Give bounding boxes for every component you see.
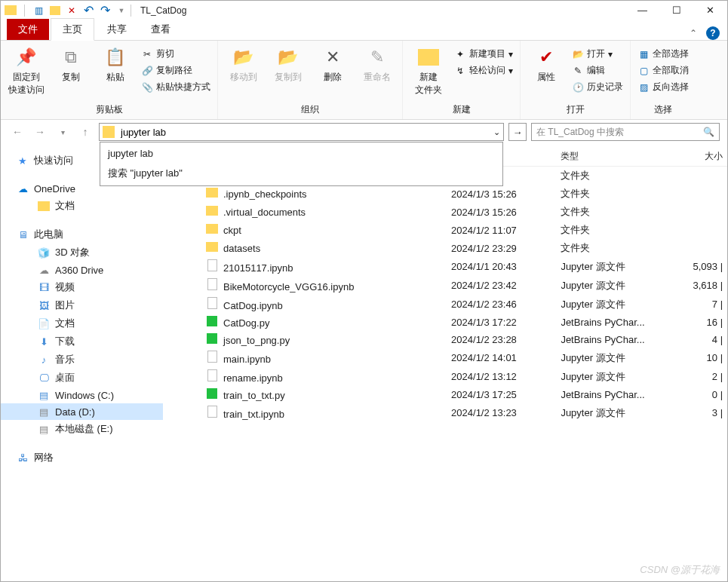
close-button[interactable]: ✕ [693,1,727,20]
new-folder-button[interactable]: 新建 文件夹 [407,45,449,96]
sidebar-music[interactable]: ♪音乐 [1,351,163,369]
new-folder-qat-icon[interactable] [49,5,61,17]
cut-button[interactable]: ✂剪切 [139,47,213,61]
invert-selection-button[interactable]: ▨反向选择 [635,80,691,94]
tab-share[interactable]: 共享 [96,19,138,40]
forward-button[interactable]: → [31,123,49,141]
file-size: 0 | [671,389,727,400]
copy-to-button[interactable]: 📂复制到 [267,45,309,84]
file-row[interactable]: rename.ipynb2024/1/2 13:12Jupyter 源文件2 | [163,367,727,386]
history-button[interactable]: 🕑历史记录 [570,80,625,94]
quick-access-toolbar: ▥ ✕ ↶ ↷ ▼ [5,5,127,17]
properties-button[interactable]: ✔属性 [525,45,567,84]
refresh-button[interactable]: → [508,123,527,141]
tab-home[interactable]: 主页 [51,18,94,41]
group-label-clipboard: 剪贴板 [96,102,123,118]
sidebar-drive-e[interactable]: ▤本地磁盘 (E:) [1,420,163,438]
file-row[interactable]: datasets2024/1/2 23:29文件夹 [163,239,727,257]
redo-icon[interactable]: ↷ [99,5,111,17]
minimize-button[interactable]: — [625,1,659,20]
file-type: JetBrains PyChar... [561,334,670,345]
group-label-select: 选择 [654,102,672,118]
copy-path-button[interactable]: 🔗复制路径 [139,63,213,78]
address-input[interactable] [119,126,493,139]
paste-button[interactable]: 📋 粘贴 [94,45,136,84]
music-icon: ♪ [37,354,51,366]
pin-to-quickaccess-button[interactable]: 📌 固定到 快速访问 [5,45,47,96]
file-type-icon [205,369,219,381]
new-item-button[interactable]: ✦新建项目 ▾ [452,47,515,61]
sidebar-desktop[interactable]: 🖵桌面 [1,369,163,387]
maximize-button[interactable]: ☐ [659,1,693,20]
delete-qat-icon[interactable]: ✕ [66,5,78,17]
select-all-button[interactable]: ▦全部选择 [635,47,691,61]
ribbon-collapse-icon[interactable]: ⌃ [690,28,697,38]
file-type: 文件夹 [561,187,670,201]
ribbon-group-open: ✔属性 📂打开 ▾ ✎编辑 🕑历史记录 打开 [521,41,631,119]
sidebar-a360[interactable]: ☁A360 Drive [1,262,163,278]
sidebar-onedrive-docs[interactable]: 文档 [1,197,163,215]
up-button[interactable]: ↑ [76,123,94,141]
sidebar-this-pc[interactable]: 🖥此电脑 [1,225,163,244]
edit-button[interactable]: ✎编辑 [570,63,625,78]
recent-locations-button[interactable]: ▾ [54,123,72,141]
search-box[interactable]: 在 TL_CatDog 中搜索 🔍 [531,123,720,141]
file-row[interactable]: train_txt.ipynb2024/1/2 13:23Jupyter 源文件… [163,403,727,422]
easy-access-button[interactable]: ↯轻松访问 ▾ [452,63,515,78]
file-size: 3 | [671,407,727,418]
suggestion-item[interactable]: 搜索 "jupyter lab" [102,163,501,184]
back-button[interactable]: ← [8,123,26,141]
file-row[interactable]: json_to_png.py2024/1/2 23:28JetBrains Py… [163,331,727,348]
move-to-button[interactable]: 📂移动到 [223,45,264,84]
file-row[interactable]: .virtual_documents2024/1/3 15:26文件夹 [163,203,727,221]
sidebar-documents[interactable]: 📄文档 [1,314,163,332]
path-icon: 🔗 [141,65,153,77]
file-date: 2024/1/3 17:22 [451,317,561,328]
shortcut-icon: 📎 [141,81,153,93]
file-row[interactable]: BikeMotorcycle_VGG16.ipynb2024/1/2 23:42… [163,276,727,295]
sidebar-3d-objects[interactable]: 🧊3D 对象 [1,244,163,262]
file-type-icon [205,351,219,363]
tab-file[interactable]: 文件 [7,19,49,40]
file-row[interactable]: CatDog.py2024/1/3 17:22JetBrains PyChar.… [163,314,727,331]
rename-button[interactable]: ✎重命名 [356,45,398,84]
address-dropdown-icon[interactable]: ⌄ [493,127,500,137]
delete-button[interactable]: ✕删除 [312,45,353,84]
tab-view[interactable]: 查看 [140,19,182,40]
sidebar-drive-d[interactable]: ▤Data (D:) [1,403,163,420]
video-icon: 🎞 [37,281,51,293]
sidebar-network[interactable]: 🖧网络 [1,449,163,467]
file-row[interactable]: 21015117.ipynb2024/1/1 20:43Jupyter 源文件5… [163,257,727,276]
file-row[interactable]: ckpt2024/1/2 11:07文件夹 [163,221,727,239]
file-row[interactable]: train_to_txt.py2024/1/3 17:25JetBrains P… [163,386,727,403]
select-none-button[interactable]: ▢全部取消 [635,63,691,78]
file-type: Jupyter 源文件 [561,370,670,384]
sidebar-drive-c[interactable]: ▤Windows (C:) [1,387,163,403]
properties-icon[interactable]: ▥ [32,5,45,17]
sidebar-downloads[interactable]: ⬇下载 [1,332,163,351]
file-date: 2024/1/2 13:12 [451,371,561,382]
address-bar[interactable]: ⌄ jupyter lab 搜索 "jupyter lab" [99,123,504,141]
file-date: 2024/1/1 20:43 [451,261,561,272]
file-row[interactable]: CatDog.ipynb2024/1/2 23:46Jupyter 源文件7 | [163,295,727,314]
sidebar-videos[interactable]: 🎞视频 [1,278,163,296]
delete-icon: ✕ [321,45,345,69]
group-label-new: 新建 [453,102,471,118]
open-button[interactable]: 📂打开 ▾ [570,47,625,61]
rename-icon: ✎ [365,45,389,69]
column-size[interactable]: 大小 [671,150,727,163]
file-date: 2024/1/2 23:29 [451,243,561,254]
file-row[interactable]: main.ipynb2024/1/2 14:01Jupyter 源文件10 | [163,348,727,367]
undo-icon[interactable]: ↶ [82,5,94,17]
help-icon[interactable]: ? [706,26,720,40]
scissors-icon: ✂ [141,48,153,60]
paste-shortcut-button[interactable]: 📎粘贴快捷方式 [139,80,213,94]
suggestion-item[interactable]: jupyter lab [102,144,501,163]
column-type[interactable]: 类型 [561,150,670,163]
sidebar-pictures[interactable]: 🖼图片 [1,296,163,314]
copy-button[interactable]: ⧉ 复制 [50,45,91,84]
file-name: ckpt [223,225,241,236]
ribbon-group-select: ▦全部选择 ▢全部取消 ▨反向选择 选择 [631,41,696,119]
qat-dropdown-icon[interactable]: ▼ [115,5,127,17]
file-row[interactable]: .ipynb_checkpoints2024/1/3 15:26文件夹 [163,185,727,203]
